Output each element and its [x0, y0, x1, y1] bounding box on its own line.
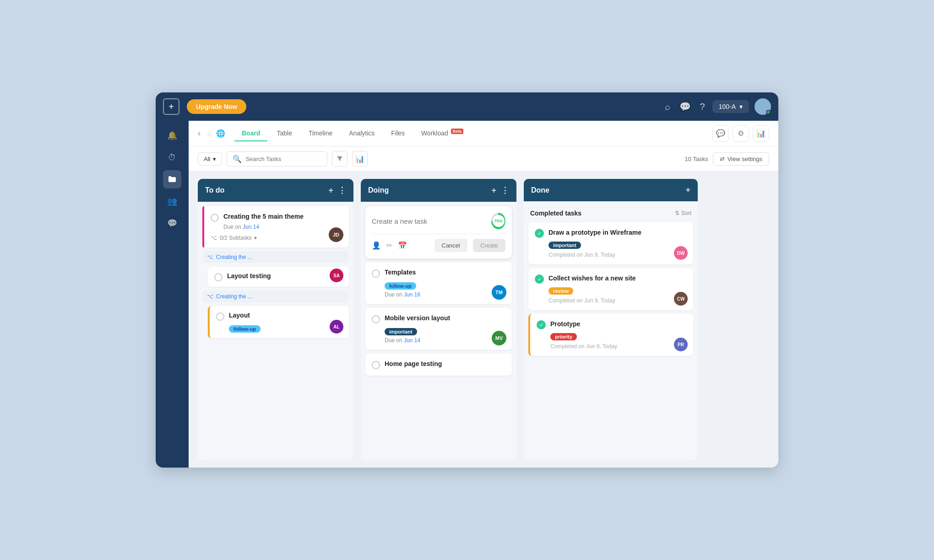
check-icon-wishes: ✓	[535, 275, 544, 284]
search-icon-inner: 🔍	[233, 155, 242, 163]
mobile-avatar: MV	[492, 331, 506, 345]
prototype-tag: priority	[550, 333, 577, 340]
sort-label: Sort	[681, 210, 691, 216]
task-checkbox[interactable]	[211, 214, 219, 222]
doing-add-button[interactable]: +	[491, 186, 496, 195]
message-icon[interactable]: 💬	[679, 101, 691, 112]
doing-header: Doing + ⋮	[361, 179, 516, 202]
templates-due-date: Jun 16	[404, 291, 420, 298]
subtasks-toggle[interactable]: ⌥ 0/2 Subtasks ▾	[211, 235, 342, 241]
mobile-title: Mobile version layout	[385, 314, 450, 322]
help-icon[interactable]: ?	[700, 102, 705, 112]
beta-badge: Beta	[451, 129, 464, 134]
prototype-title-row: ✓ Prototype	[537, 320, 687, 329]
card-title: Creating the 5 main theme	[223, 213, 304, 220]
done-card-prototype: ✓ Prototype priority Completed on Jun 9,…	[528, 314, 693, 356]
view-settings-button[interactable]: ⇄ View settings	[713, 152, 769, 166]
card-avatar: JD	[329, 227, 343, 242]
doing-body: 75% 👤 ✏ 📅 Cancel Create	[361, 202, 516, 460]
wishes-avatar: CW	[674, 292, 688, 306]
card-creating-theme: Creating the 5 main theme Due on Jun 14 …	[202, 206, 349, 248]
filter-button[interactable]	[332, 151, 348, 167]
subtask-checkbox[interactable]	[214, 273, 223, 281]
sidebar-icon-chat[interactable]: 💬	[163, 214, 181, 232]
star-icon[interactable]: ☆	[206, 129, 212, 138]
sidebar-icon-bell[interactable]: 🔔	[163, 126, 181, 145]
prototype-avatar: PR	[674, 338, 688, 351]
back-button[interactable]: ‹	[198, 129, 201, 138]
wireframe-title: Draw a prototype in Wireframe	[548, 229, 641, 236]
tab-board[interactable]: Board	[234, 126, 267, 141]
subtasks-icon: ⌥	[211, 235, 217, 241]
pen-icon[interactable]: ✏	[386, 241, 392, 250]
mobile-due: Due on Jun 14	[385, 337, 505, 344]
templates-title-row: Templates	[372, 269, 505, 278]
search-icon[interactable]: ⌕	[665, 102, 670, 112]
sidebar: 🔔 ⏱ 👥 💬	[156, 121, 189, 468]
workspace-label: 100-A	[719, 103, 736, 110]
column-done: Done + Completed tasks ⇅ Sort	[524, 179, 698, 460]
wishes-title: Collect wishes for a new site	[548, 275, 636, 282]
search-box: 🔍	[227, 151, 327, 167]
subtask-group-1-header[interactable]: ⌥ Creating the ...	[202, 251, 349, 263]
todo-add-button[interactable]: +	[328, 186, 333, 195]
nav-actions: 💬 ⚙ 📊	[712, 125, 769, 142]
card-homepage: Home page testing	[365, 354, 512, 376]
mobile-due-date: Jun 14	[404, 337, 420, 344]
wireframe-date: Completed on Jun 9, Today	[548, 252, 687, 258]
done-header: Done +	[524, 179, 698, 201]
subtask-card-layout-testing: Layout testing SA	[208, 267, 349, 287]
view-settings-icon: ⇄	[720, 156, 725, 162]
tab-analytics[interactable]: Analytics	[342, 126, 382, 141]
workspace-chevron: ▾	[739, 103, 743, 110]
user-avatar[interactable]	[755, 98, 771, 115]
create-task-input[interactable]	[372, 217, 487, 225]
cancel-button[interactable]: Cancel	[434, 239, 467, 252]
doing-menu-button[interactable]: ⋮	[501, 185, 509, 195]
create-button[interactable]: Create	[473, 239, 505, 252]
subtask2-checkbox[interactable]	[216, 312, 224, 321]
tab-table[interactable]: Table	[269, 126, 299, 141]
mobile-checkbox[interactable]	[372, 315, 380, 323]
sidebar-icon-team[interactable]: 👥	[163, 192, 181, 210]
todo-title: To do	[205, 186, 324, 194]
tab-files[interactable]: Files	[384, 126, 412, 141]
main-body: 🔔 ⏱ 👥 💬 ‹ ☆ 🌐 Board Table Timeline Analy…	[156, 121, 778, 468]
add-button[interactable]: +	[163, 98, 179, 115]
sort-button[interactable]: ⇅ Sort	[675, 210, 691, 216]
dropdown-chevron: ▾	[213, 156, 216, 162]
tab-timeline[interactable]: Timeline	[301, 126, 340, 141]
assign-icon[interactable]: 👤	[372, 241, 381, 250]
subtask-group-2-icon: ⌥	[207, 293, 213, 300]
calendar-icon[interactable]: 📅	[398, 241, 407, 250]
homepage-checkbox[interactable]	[372, 361, 380, 369]
templates-tag: follow-up	[385, 282, 416, 290]
todo-menu-button[interactable]: ⋮	[338, 185, 346, 195]
subtask-group-2-header[interactable]: ⌥ Creating the ...	[202, 291, 349, 302]
settings-action-btn[interactable]: ⚙	[733, 125, 749, 142]
chart-button[interactable]: 📊	[352, 151, 368, 167]
templates-title: Templates	[385, 269, 416, 276]
wireframe-avatar: DW	[674, 246, 688, 260]
progress-indicator: 75%	[491, 213, 505, 229]
tab-workload[interactable]: Workload Beta	[414, 125, 471, 141]
globe-icon[interactable]: 🌐	[216, 129, 225, 138]
templates-checkbox[interactable]	[372, 269, 380, 278]
followup-tag: follow-up	[229, 325, 261, 333]
activity-action-btn[interactable]: 📊	[753, 125, 769, 142]
search-input[interactable]	[245, 156, 319, 162]
top-bar: + Upgrade Now ⌕ 💬 ? 100-A ▾	[156, 92, 778, 121]
subtask2-title: Layout	[229, 312, 250, 319]
subtask2-avatar: AL	[330, 320, 343, 334]
workspace-selector[interactable]: 100-A ▾	[712, 100, 749, 113]
comment-action-btn[interactable]: 💬	[712, 125, 729, 142]
todo-header: To do + ⋮	[198, 179, 353, 202]
filter-all-dropdown[interactable]: All ▾	[198, 152, 222, 166]
sidebar-icon-clock[interactable]: ⏱	[163, 148, 181, 167]
templates-avatar: TM	[492, 285, 506, 300]
subtask-group-2-label: Creating the ...	[216, 293, 252, 300]
done-add-button[interactable]: +	[685, 185, 690, 195]
homepage-title: Home page testing	[385, 360, 442, 367]
sidebar-icon-folder[interactable]	[163, 170, 181, 188]
upgrade-button[interactable]: Upgrade Now	[187, 99, 246, 114]
